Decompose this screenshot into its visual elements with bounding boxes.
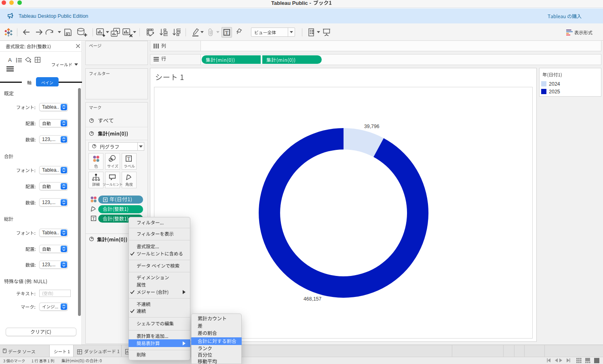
svg-text:T: T (225, 30, 228, 36)
svg-text:T: T (93, 216, 95, 221)
svg-text:T: T (127, 156, 130, 161)
